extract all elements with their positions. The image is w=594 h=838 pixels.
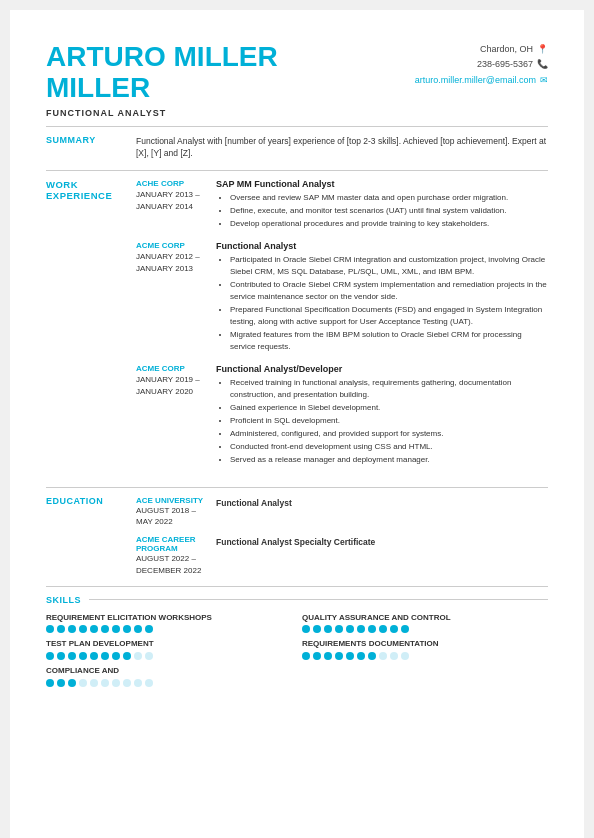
job-3-left: ACME CORP JANUARY 2019 –JANUARY 2020 [136, 364, 216, 467]
job-2-bullet-2: Contributed to Oracle Siebel CRM system … [230, 279, 548, 303]
candidate-name: ARTURO MILLER MILLER [46, 42, 415, 104]
summary-text: Functional Analyst with [number of years… [136, 135, 548, 161]
skills-label: SKILLS [46, 595, 81, 605]
work-exp-label: WORKEXPERIENCE [46, 179, 128, 201]
skill-2-name: QUALITY ASSURANCE AND CONTROL [302, 613, 548, 623]
job-3-dates: JANUARY 2019 –JANUARY 2020 [136, 374, 208, 396]
job-3-title: Functional Analyst/Developer [216, 364, 548, 374]
work-exp-left: WORKEXPERIENCE [46, 179, 136, 477]
edu-1: ACE UNIVERSITY AUGUST 2018 –MAY 2022 Fun… [136, 496, 548, 527]
dot [313, 625, 321, 633]
contact-phone: 238-695-5367 📞 [415, 57, 548, 72]
job-2-title: Functional Analyst [216, 241, 548, 251]
job-2-dates: JANUARY 2012 –JANUARY 2013 [136, 251, 208, 273]
phone-icon: 📞 [537, 57, 548, 72]
summary-label: SUMMARY [46, 135, 128, 147]
skill-2-dots [302, 625, 548, 633]
job-3-right: Functional Analyst/Developer Received tr… [216, 364, 548, 467]
dot [324, 625, 332, 633]
skill-4-name: REQUIREMENTS DOCUMENTATION [302, 639, 548, 649]
dot [357, 625, 365, 633]
dot [390, 652, 398, 660]
summary-right: Functional Analyst with [number of years… [136, 135, 548, 161]
dot [46, 652, 54, 660]
work-exp-divider [46, 487, 548, 488]
job-2-bullet-1: Participated in Oracle Siebel CRM integr… [230, 254, 548, 278]
job-3: ACME CORP JANUARY 2019 –JANUARY 2020 Fun… [136, 364, 548, 467]
job-1: ACHE CORP JANUARY 2013 –JANUARY 2014 SAP… [136, 179, 548, 231]
edu-2-left: ACME CAREER PROGRAM AUGUST 2022 –DECEMBE… [136, 535, 216, 575]
dot [346, 625, 354, 633]
dot [145, 625, 153, 633]
dot [46, 679, 54, 687]
job-2: ACME CORP JANUARY 2012 –JANUARY 2013 Fun… [136, 241, 548, 354]
job-2-left: ACME CORP JANUARY 2012 –JANUARY 2013 [136, 241, 216, 354]
dot [313, 652, 321, 660]
dot [68, 625, 76, 633]
dot [57, 679, 65, 687]
skill-quality-assurance: QUALITY ASSURANCE AND CONTROL [302, 613, 548, 634]
job-2-bullets: Participated in Oracle Siebel CRM integr… [216, 254, 548, 353]
job-3-bullet-3: Proficient in SQL development. [230, 415, 548, 427]
header: ARTURO MILLER MILLER FUNCTIONAL ANALYST … [46, 42, 548, 118]
job-2-right: Functional Analyst Participated in Oracl… [216, 241, 548, 354]
dot [134, 625, 142, 633]
job-3-bullet-5: Conducted front-end development using CS… [230, 441, 548, 453]
job-2-bullet-4: Migrated features from the IBM BPM solut… [230, 329, 548, 353]
dot [145, 679, 153, 687]
edu-2-dates: AUGUST 2022 –DECEMBER 2022 [136, 553, 208, 575]
dot [335, 652, 343, 660]
dot [324, 652, 332, 660]
skill-1-dots [46, 625, 292, 633]
candidate-title: FUNCTIONAL ANALYST [46, 108, 415, 118]
edu-2-degree: Functional Analyst Specialty Certificate [216, 537, 548, 547]
education-left: EDUCATION [46, 496, 136, 576]
job-3-bullet-2: Gained experience in Siebel development. [230, 402, 548, 414]
summary-section: SUMMARY Functional Analyst with [number … [46, 135, 548, 161]
education-section: EDUCATION ACE UNIVERSITY AUGUST 2018 –MA… [46, 496, 548, 576]
job-1-company: ACHE CORP [136, 179, 208, 189]
summary-divider [46, 170, 548, 171]
dot [134, 652, 142, 660]
dot [123, 652, 131, 660]
summary-left: SUMMARY [46, 135, 136, 161]
dot [68, 652, 76, 660]
job-2-bullet-3: Prepared Functional Specification Docume… [230, 304, 548, 328]
work-exp-right: ACHE CORP JANUARY 2013 –JANUARY 2014 SAP… [136, 179, 548, 477]
skill-3-dots [46, 652, 292, 660]
edu-2: ACME CAREER PROGRAM AUGUST 2022 –DECEMBE… [136, 535, 548, 575]
job-1-dates: JANUARY 2013 –JANUARY 2014 [136, 189, 208, 211]
dot [112, 679, 120, 687]
contact-email: arturo.miller.miller@email.com ✉ [415, 73, 548, 88]
dot [346, 652, 354, 660]
job-3-bullets: Received training in functional analysis… [216, 377, 548, 466]
contact-location: Chardon, OH 📍 [415, 42, 548, 57]
skill-3-name: TEST PLAN DEVELOPMENT [46, 639, 292, 649]
dot [401, 625, 409, 633]
resume-page: ARTURO MILLER MILLER FUNCTIONAL ANALYST … [10, 10, 584, 838]
edu-1-right: Functional Analyst [216, 496, 548, 527]
dot [123, 625, 131, 633]
skill-requirement-elicitation: REQUIREMENT ELICITATION WORKSHOPS [46, 613, 292, 634]
work-experience-section: WORKEXPERIENCE ACHE CORP JANUARY 2013 –J… [46, 179, 548, 477]
location-text: Chardon, OH [480, 42, 533, 57]
dot [101, 652, 109, 660]
skills-divider [89, 599, 548, 600]
dot [57, 625, 65, 633]
dot [112, 625, 120, 633]
skill-5-dots [46, 679, 292, 687]
job-1-bullets: Oversee and review SAP MM master data an… [216, 192, 548, 230]
header-divider [46, 126, 548, 127]
dot [335, 625, 343, 633]
education-divider [46, 586, 548, 587]
dot [379, 652, 387, 660]
header-name-block: ARTURO MILLER MILLER FUNCTIONAL ANALYST [46, 42, 415, 118]
edu-1-left: ACE UNIVERSITY AUGUST 2018 –MAY 2022 [136, 496, 216, 527]
edu-2-institution: ACME CAREER PROGRAM [136, 535, 208, 553]
job-1-bullet-3: Develop operational procedures and provi… [230, 218, 548, 230]
dot [57, 652, 65, 660]
dot [123, 679, 131, 687]
job-1-bullet-1: Oversee and review SAP MM master data an… [230, 192, 548, 204]
dot [101, 679, 109, 687]
edu-1-degree: Functional Analyst [216, 498, 548, 508]
